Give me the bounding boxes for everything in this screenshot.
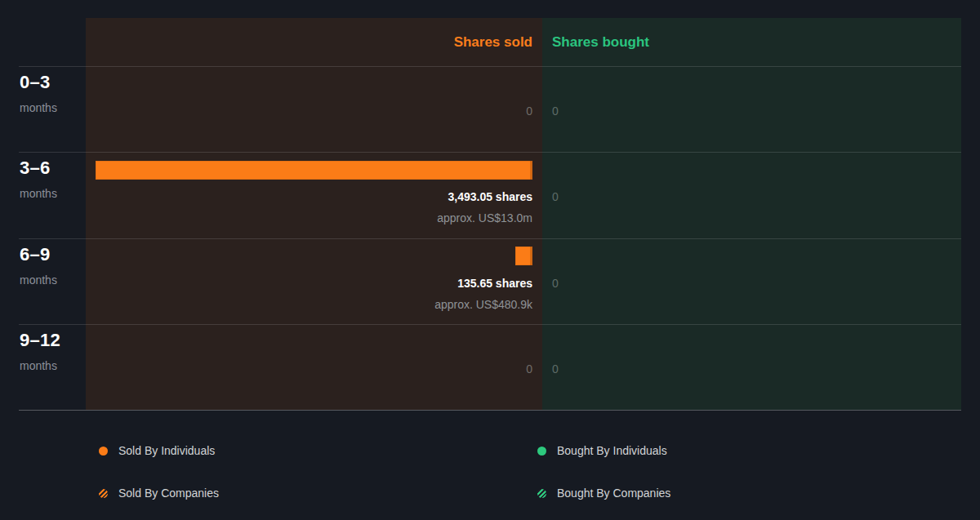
legend-bought-by-companies: Bought By Companies <box>537 487 670 500</box>
row-period-label-6-9: 6–9 <box>20 244 51 265</box>
chart-bottom-divider <box>19 410 961 411</box>
bought-value-6-9: 0 <box>552 277 559 290</box>
row-period-label-9-12: 9–12 <box>20 330 60 351</box>
shares-sold-header: Shares sold <box>454 34 532 51</box>
bought-companies-swatch-icon <box>537 489 546 498</box>
legend-label: Sold By Individuals <box>118 444 215 457</box>
row-period-unit-0-3: months <box>20 101 57 115</box>
row-divider <box>19 324 961 325</box>
bought-value-9-12: 0 <box>552 362 559 376</box>
bought-value-0-3: 0 <box>552 104 559 118</box>
legend-label: Sold By Companies <box>118 487 219 500</box>
shares-bought-panel <box>542 18 961 410</box>
row-period-unit-9-12: months <box>20 359 57 373</box>
legend-sold-by-companies: Sold By Companies <box>99 487 219 500</box>
sold-shares-3-6: 3,493.05 shares <box>448 190 532 203</box>
bought-value-3-6: 0 <box>552 190 559 203</box>
sold-individuals-swatch-icon <box>99 447 108 456</box>
row-divider <box>19 238 961 239</box>
sold-bar-6-9[interactable] <box>515 247 532 265</box>
legend-sold-by-individuals: Sold By Individuals <box>99 444 215 457</box>
bought-individuals-swatch-icon <box>537 447 546 456</box>
row-period-label-0-3: 0–3 <box>20 72 51 93</box>
insider-trading-chart: Shares sold Shares bought 0–3 months 0 0… <box>0 0 980 520</box>
sold-approx-3-6: approx. US$13.0m <box>437 211 532 224</box>
sold-bar-3-6[interactable] <box>96 161 532 180</box>
sold-value-0-3: 0 <box>526 104 532 118</box>
legend-bought-by-individuals: Bought By Individuals <box>537 444 667 457</box>
row-period-label-3-6: 3–6 <box>20 158 51 179</box>
row-period-unit-3-6: months <box>20 187 57 201</box>
shares-bought-header: Shares bought <box>552 34 649 51</box>
row-period-unit-6-9: months <box>20 273 57 287</box>
legend-label: Bought By Companies <box>557 487 670 500</box>
row-divider <box>19 152 961 153</box>
legend-label: Bought By Individuals <box>557 444 667 457</box>
row-divider <box>19 66 961 67</box>
sold-approx-6-9: approx. US$480.9k <box>434 298 532 311</box>
sold-companies-swatch-icon <box>99 489 108 498</box>
sold-value-9-12: 0 <box>526 362 532 376</box>
sold-shares-6-9: 135.65 shares <box>457 277 532 290</box>
